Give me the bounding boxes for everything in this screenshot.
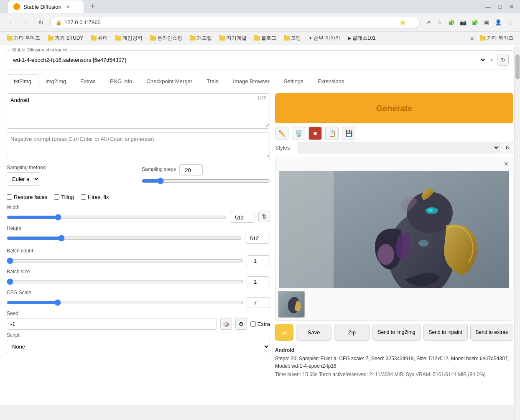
negative-prompt-container — [7, 132, 270, 159]
extension-icon[interactable]: 🧩 — [446, 18, 456, 28]
checkpoint-select[interactable]: wd-1-4-epoch2-fp16.safetensors [6e47d543… — [11, 56, 486, 64]
zip-button[interactable]: Zip — [334, 324, 370, 341]
back-button[interactable]: ‹ — [5, 17, 17, 28]
positive-prompt-input[interactable]: Android — [7, 94, 270, 127]
tab-extras[interactable]: Extras — [73, 74, 103, 88]
image-info-title: Android — [275, 346, 513, 354]
cfg-scale-slider[interactable] — [7, 299, 243, 306]
send-to-inpaint-button[interactable]: Send to inpaint — [423, 324, 468, 341]
batch-count-label: Batch count — [7, 248, 270, 254]
negative-prompt-input[interactable] — [7, 132, 270, 158]
minimize-button[interactable]: — — [483, 2, 493, 12]
bookmark-item[interactable]: 기타 북마크 — [3, 34, 43, 43]
batch-size-input[interactable] — [247, 276, 270, 287]
save-button[interactable]: Save — [296, 324, 331, 341]
image-panel-header: ✕ — [275, 157, 513, 171]
sampling-method-select[interactable]: Euler a — [7, 172, 40, 186]
bookmark-item[interactable]: 기타 북마크 — [477, 34, 517, 43]
open-folder-button[interactable]: 📁 — [275, 324, 293, 341]
script-select[interactable]: None — [7, 340, 270, 353]
batch-count-slider[interactable] — [7, 257, 243, 264]
extensions-button[interactable]: 🧩 — [470, 18, 480, 28]
bookmark-item[interactable]: 취미 — [87, 34, 111, 43]
bookmark-label: 과외 STUDY — [55, 35, 83, 42]
cfg-scale-input[interactable] — [247, 297, 270, 308]
thumbnail-item[interactable] — [278, 291, 305, 318]
bookmark-item[interactable]: ✦ 순부 이야기 — [305, 34, 343, 43]
bookmarks-bar: 기타 북마크 과외 STUDY 취미 게임공략 온라인쇼핑 개드립 자기계발 블… — [0, 32, 520, 45]
maximize-button[interactable]: □ — [495, 2, 505, 12]
edit-tool-button[interactable]: ✏️ — [275, 127, 288, 140]
tab-checkpoint-merger[interactable]: Checkpoint Merger — [139, 74, 199, 88]
share-icon[interactable]: ↗ — [423, 18, 433, 28]
styles-select[interactable] — [298, 142, 500, 153]
bookmark-item[interactable]: 과외 STUDY — [44, 34, 87, 43]
tab-close-button[interactable]: ✕ — [65, 3, 71, 10]
height-input[interactable] — [245, 233, 270, 244]
generate-button[interactable]: Generate — [275, 93, 513, 123]
styles-refresh-button[interactable]: ↻ — [502, 142, 513, 153]
panel-close-button[interactable]: ✕ — [501, 159, 511, 169]
sidebar-icon[interactable]: ▣ — [482, 18, 492, 28]
menu-icon[interactable]: ⋮ — [505, 18, 515, 28]
tiling-checkbox[interactable]: Tiling — [54, 194, 74, 200]
seed-input[interactable] — [7, 318, 217, 330]
new-tab-button[interactable]: + — [87, 0, 99, 12]
bookmark-item[interactable]: 온라인쇼핑 — [147, 34, 186, 43]
bookmarks-more-button[interactable]: » — [469, 34, 476, 43]
bookmark-label: 순부 이야기 — [314, 35, 340, 42]
svg-point-5 — [428, 209, 433, 212]
tab-image-browser[interactable]: Image Browser — [226, 74, 276, 88]
trash-tool-button[interactable]: 🗑️ — [292, 127, 305, 140]
seed-recycle-button[interactable]: ♻ — [235, 318, 247, 330]
paste-style-button[interactable]: ■ — [308, 127, 322, 140]
bookmark-item[interactable]: ▶ 클래스101 — [344, 34, 379, 43]
extra-checkbox[interactable]: Extra — [250, 321, 270, 327]
forward-button[interactable]: › — [20, 17, 32, 28]
seed-random-button[interactable]: 🎲 — [220, 318, 232, 330]
hires-fix-checkbox[interactable]: Hires. fix — [81, 194, 109, 200]
tab-train[interactable]: Train — [199, 74, 226, 88]
batch-size-slider[interactable] — [7, 278, 243, 285]
bookmark-item[interactable]: 게임공략 — [112, 34, 146, 43]
tab-txt2img[interactable]: txt2img — [7, 74, 38, 88]
bookmark-item[interactable]: 자기계발 — [216, 34, 250, 43]
bookmark-icon[interactable]: ☆ — [435, 18, 445, 28]
image-info-time: Time taken: 15.66s Torch active/reserved… — [275, 371, 513, 378]
profile-icon[interactable]: 👤 — [493, 18, 503, 28]
reload-button[interactable]: ↻ — [35, 17, 47, 28]
width-label: Width — [7, 204, 255, 210]
send-to-img2img-button[interactable]: Send to img2img — [372, 324, 421, 341]
batch-count-input[interactable] — [247, 255, 270, 266]
restore-faces-checkbox[interactable]: Restore faces — [7, 194, 47, 200]
height-slider[interactable] — [7, 235, 242, 242]
svg-point-8 — [418, 240, 428, 247]
sampling-steps-input[interactable] — [179, 164, 203, 176]
bookmark-item[interactable]: 코딩 — [280, 34, 304, 43]
action-buttons: 📁 Save Zip Send to img2img Send to inpai… — [275, 321, 513, 344]
checkpoint-container: Stable Diffusion checkpoint wd-1-4-epoch… — [7, 50, 513, 69]
tab-png-info[interactable]: PNG Info — [103, 74, 139, 88]
scrollbar-thumb[interactable] — [515, 54, 520, 79]
bookmark-item[interactable]: 블로그 — [251, 34, 280, 43]
bookmark-label: 개드립 — [197, 35, 212, 42]
scrollbar[interactable] — [514, 46, 520, 420]
tab-extensions[interactable]: Extensions — [311, 74, 352, 88]
save-style-button[interactable]: 💾 — [342, 127, 355, 140]
send-to-extras-button[interactable]: Send to extras — [470, 324, 513, 341]
clipboard-button[interactable]: 📋 — [325, 127, 339, 140]
bookmark-item[interactable]: 개드립 — [186, 34, 215, 43]
svg-rect-1 — [279, 171, 334, 288]
width-slider[interactable] — [7, 214, 227, 221]
active-tab[interactable]: Stable Diffusion ✕ — [8, 0, 84, 13]
screenshot-icon[interactable]: 📷 — [458, 18, 468, 28]
close-button[interactable]: ✕ — [507, 2, 517, 12]
folder-icon — [219, 36, 225, 41]
address-text[interactable]: 127.0.0.1:7860 — [64, 19, 400, 25]
checkpoint-refresh-button[interactable]: ↻ — [497, 54, 509, 66]
sampling-steps-slider[interactable] — [142, 178, 270, 184]
tab-img2img[interactable]: img2img — [38, 74, 73, 88]
swap-dimensions-button[interactable]: ⇅ — [258, 211, 270, 222]
tab-settings[interactable]: Settings — [277, 74, 311, 88]
width-input[interactable] — [230, 212, 255, 223]
